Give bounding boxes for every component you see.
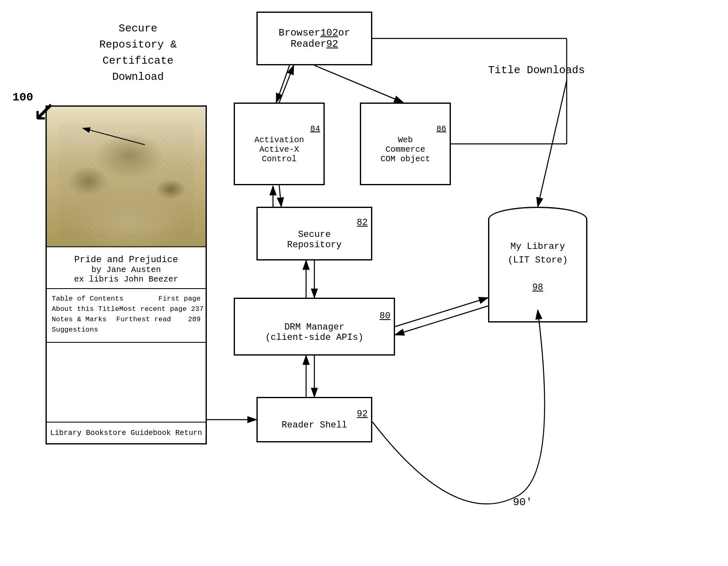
secure-repo-line2: Repository	[287, 240, 342, 250]
device-nav-bar: Library Bookstore Guidebook Return	[47, 422, 206, 443]
secure-repo-label: Secure Repository & Certificate Download	[99, 21, 177, 85]
svg-line-13	[395, 306, 488, 335]
menu-left-4: Suggestions	[52, 326, 98, 334]
reader-shell-ref: 92	[357, 409, 368, 419]
secure-repo-line1: Secure	[298, 229, 330, 240]
cylinder-line2: (LIT Store)	[488, 253, 587, 267]
drm-line2: (client-side APIs)	[265, 332, 364, 343]
device-frame: Pride and Prejudice by Jane Austen ex li…	[46, 105, 207, 444]
web-commerce-line2: Commerce	[386, 145, 425, 154]
box-reader-shell: 92 Reader Shell	[256, 397, 372, 442]
label-90: 90'	[513, 496, 532, 509]
menu-right-2: Most recent page 237	[119, 305, 204, 313]
device-image-area	[47, 107, 206, 247]
secure-repo-ref: 82	[357, 217, 368, 228]
box-drm: 80 DRM Manager (client-side APIs)	[234, 298, 395, 356]
menu-right-3: Furthest read 289	[116, 315, 201, 323]
browser-ref1: 102	[320, 27, 338, 38]
menu-row-4: Suggestions	[52, 326, 201, 334]
book-author: by Jane Austen	[53, 265, 200, 275]
drm-line1: DRM Manager	[284, 322, 344, 332]
menu-left-2: About this Title	[52, 305, 119, 313]
svg-line-9	[279, 185, 281, 207]
browser-label: Browser	[279, 27, 321, 38]
menu-left-3: Notes & Marks	[52, 315, 107, 323]
menu-row-3: Notes & Marks Furthest read 289	[52, 315, 201, 323]
menu-row-2: About this Title Most recent page 237	[52, 305, 201, 313]
drm-ref: 80	[380, 311, 390, 321]
book-libris: ex libris John Beezer	[53, 275, 200, 284]
menu-right-1: First page	[158, 295, 201, 303]
menu-left-1: Table of Contents	[52, 295, 123, 303]
book-title: Pride and Prejudice	[53, 255, 200, 265]
activation-line1: Activation	[254, 135, 304, 145]
reader-ref2: 92	[326, 38, 338, 50]
cylinder-ref: 98	[532, 282, 543, 293]
svg-line-6	[279, 65, 294, 103]
title-downloads-label: Title Downloads	[488, 64, 585, 76]
cylinder-my-library: My Library (LIT Store) 98	[488, 207, 587, 331]
box-web-commerce: 86 Web Commerce COM object	[360, 103, 451, 185]
box-secure-repo: 82 Secure Repository	[256, 207, 372, 260]
device-bracket: ↙	[33, 91, 55, 128]
box-browser: Browser 102 or Reader 92	[256, 12, 372, 65]
reader-shell-line1: Reader Shell	[282, 420, 347, 430]
menu-row-1: Table of Contents First page	[52, 295, 201, 303]
device-label: 100	[12, 91, 33, 104]
activation-line3: Control	[262, 154, 297, 164]
device-title-area: Pride and Prejudice by Jane Austen ex li…	[47, 247, 206, 289]
cylinder-line1: My Library	[488, 240, 587, 253]
reader-label: Reader	[290, 38, 326, 50]
cylinder-label: My Library (LIT Store) 98	[488, 240, 587, 294]
web-commerce-line3: COM object	[381, 154, 430, 164]
web-commerce-ref: 86	[436, 124, 446, 134]
svg-line-5	[314, 65, 403, 103]
diagram-container: Secure Repository & Certificate Download…	[0, 0, 728, 566]
activation-line2: Active-X	[259, 145, 299, 154]
svg-line-12	[395, 298, 488, 327]
svg-line-14	[538, 81, 567, 207]
activation-ref: 84	[310, 124, 320, 134]
box-activation: 84 Activation Active-X Control	[234, 103, 325, 185]
svg-line-4	[276, 65, 290, 103]
web-commerce-line1: Web	[398, 135, 413, 145]
device-menu-area: Table of Contents First page About this …	[47, 289, 206, 343]
